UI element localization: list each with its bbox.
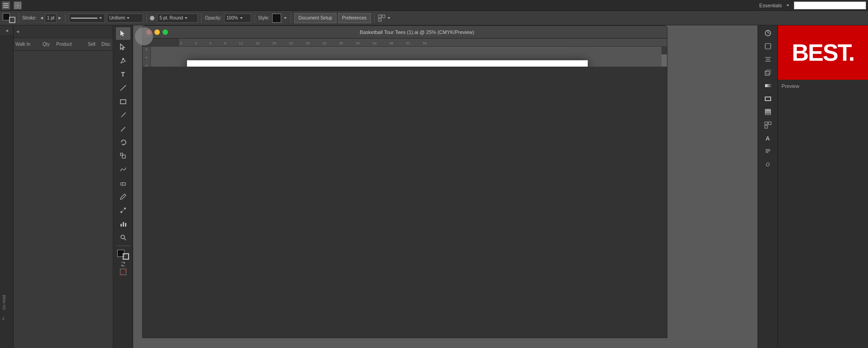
svg-rect-16 — [382, 15, 385, 18]
preview-panel: Preview — [778, 80, 868, 92]
line-tool-button[interactable] — [116, 82, 130, 94]
svg-rect-2 — [3, 7, 9, 8]
rotate-tool-button[interactable] — [116, 136, 130, 149]
svg-line-24 — [120, 85, 126, 91]
stroke-style-dropdown-icon[interactable] — [98, 16, 103, 20]
svg-marker-12 — [185, 17, 187, 19]
tool-divider — [116, 246, 130, 246]
maximize-button[interactable] — [163, 29, 168, 35]
order-panel: Walk In Qty Product Sell Disc. — [14, 25, 113, 348]
stroke-panel-icon[interactable] — [762, 93, 774, 105]
opacity-input[interactable]: 100% — [224, 14, 251, 23]
svg-marker-8 — [40, 17, 43, 19]
stroke-uniform-selector[interactable]: Uniform — [107, 14, 143, 23]
eraser-tool-button[interactable] — [116, 177, 130, 189]
arrange-icon — [378, 14, 386, 22]
svg-rect-34 — [120, 224, 122, 227]
col-sell: Sell — [86, 42, 100, 47]
layout-icon[interactable] — [14, 1, 22, 10]
svg-marker-26 — [122, 144, 123, 145]
direct-selection-tool-button[interactable] — [116, 41, 130, 53]
swap-colors-icon[interactable] — [120, 261, 126, 267]
svg-rect-111 — [765, 109, 771, 111]
on-hold-label: On Hold — [0, 293, 14, 312]
opacity-dropdown-icon[interactable] — [239, 16, 244, 20]
preferences-button[interactable]: Preferences — [338, 13, 371, 23]
paragraph-panel-icon[interactable] — [762, 145, 774, 157]
toolbar: Stroke: 1 pt Uniform 5 pt. Round Opacity… — [0, 11, 868, 25]
artboards-panel-icon[interactable] — [762, 119, 774, 131]
reshape-tool-button[interactable] — [116, 163, 130, 176]
layers-panel-icon[interactable] — [762, 106, 774, 118]
selection-tool-button[interactable] — [116, 27, 130, 40]
stroke-value-input[interactable]: 1 pt — [45, 14, 57, 23]
opentype-panel-icon[interactable]: O — [762, 159, 774, 170]
uniform-dropdown-icon[interactable] — [126, 16, 130, 20]
svg-rect-109 — [765, 113, 771, 115]
color-swatches[interactable] — [117, 250, 129, 260]
pencil-tool-button[interactable] — [116, 122, 130, 135]
menu-bar: Essentials — [0, 0, 868, 11]
paintbrush-tool-button[interactable] — [116, 109, 130, 121]
vertical-scrollbar[interactable] — [662, 47, 667, 67]
stroke-label: Stroke: — [22, 15, 37, 20]
chevron-left-icon — [5, 29, 9, 33]
svg-marker-21 — [120, 30, 125, 36]
fill-stroke-colors[interactable] — [3, 13, 15, 23]
document-window: Basketball Tour Tees (1).ai @ 25% (CMYK/… — [142, 25, 667, 338]
style-dropdown-icon[interactable] — [283, 16, 288, 20]
stroke-right-arrow[interactable] — [58, 16, 62, 20]
style-swatch[interactable] — [272, 14, 281, 23]
svg-rect-114 — [765, 126, 767, 128]
rectangle-tool-button[interactable] — [116, 95, 130, 108]
eyedropper-tool-button[interactable] — [116, 190, 130, 203]
best-logo-display: BEST. — [778, 25, 868, 80]
graph-tool-button[interactable] — [116, 218, 130, 230]
panel-toggle[interactable] — [0, 25, 13, 36]
stroke-controls[interactable]: 1 pt — [39, 14, 62, 23]
type-panel-icon[interactable]: A — [762, 132, 774, 144]
zoom-tool-button[interactable] — [116, 231, 130, 244]
appearance-icon[interactable] — [762, 40, 774, 52]
artboard: DUBS BEST — [187, 60, 588, 67]
search-box[interactable] — [794, 1, 866, 10]
svg-rect-5 — [15, 6, 17, 8]
gradient-panel-icon[interactable] — [762, 80, 774, 92]
right-panel: A O — [758, 25, 777, 348]
scale-tool-button[interactable] — [116, 150, 130, 162]
scrollbar-thumb[interactable] — [662, 54, 667, 66]
left-toolbox: T — [113, 25, 133, 348]
paint-properties-icon[interactable] — [762, 27, 774, 39]
dot-size-dropdown-icon[interactable] — [184, 16, 188, 20]
workspace-dropdown-icon[interactable] — [786, 3, 790, 8]
canvas-area: Basketball Tour Tees (1).ai @ 25% (CMYK/… — [133, 25, 758, 348]
app-menu-icon[interactable] — [2, 1, 10, 10]
align-icon[interactable] — [762, 53, 774, 65]
stroke-style-selector[interactable] — [69, 14, 105, 23]
svg-rect-113 — [768, 122, 771, 125]
pen-tool-button[interactable] — [116, 54, 130, 67]
minimize-button[interactable] — [154, 29, 160, 35]
svg-rect-29 — [121, 183, 125, 185]
transform-icon[interactable] — [762, 67, 774, 78]
canvas-viewport[interactable]: DUBS BEST — [151, 47, 667, 67]
svg-rect-110 — [765, 111, 771, 113]
svg-point-37 — [121, 235, 125, 239]
arrange-dropdown-icon[interactable] — [387, 16, 391, 20]
order-columns-row: Walk In Qty Product Sell Disc. — [14, 38, 113, 51]
dot-size-selector[interactable]: 5 pt. Round — [157, 14, 198, 23]
document-canvas[interactable]: 0 4 8 — [143, 47, 667, 67]
svg-marker-22 — [120, 44, 125, 50]
chevron-left-2-icon[interactable] — [15, 29, 20, 34]
svg-marker-19 — [5, 29, 8, 32]
document-setup-button[interactable]: Document Setup — [294, 13, 336, 23]
mini-left-strip: On Hold 2 — [0, 25, 14, 348]
type-tool-button[interactable]: T — [116, 68, 130, 81]
blend-tool-button[interactable] — [116, 204, 130, 217]
svg-rect-1 — [3, 5, 9, 6]
arrange-tool[interactable] — [378, 14, 391, 22]
none-color-swatch[interactable] — [120, 269, 126, 275]
col-product: Product — [54, 42, 86, 47]
stroke-left-arrow[interactable] — [39, 16, 44, 20]
svg-rect-3 — [15, 3, 17, 5]
